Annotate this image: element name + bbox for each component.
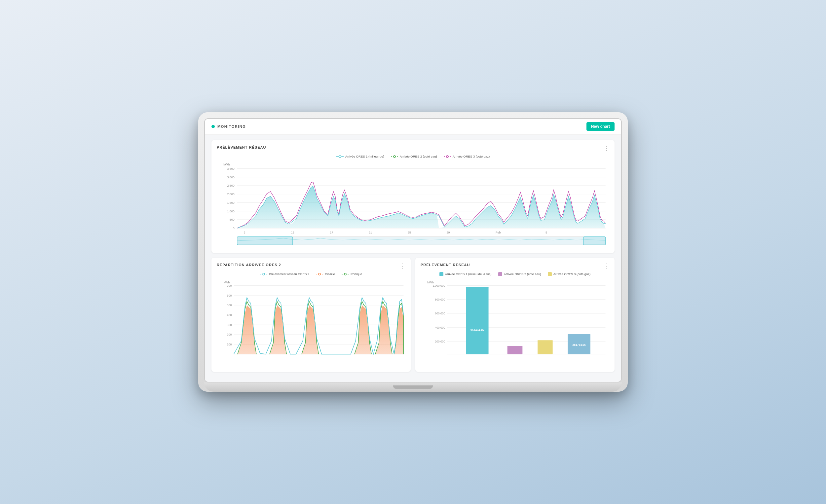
chart1-svg: kWh 3,500 3,000 2,500 2,000 1,500 1,0 xyxy=(217,161,609,246)
svg-text:3,500: 3,500 xyxy=(227,167,234,171)
chart3-svg: kWh 1,000,000 800,000 600,000 400,000 20 xyxy=(421,279,609,366)
svg-rect-32 xyxy=(237,237,293,245)
svg-rect-33 xyxy=(584,237,606,245)
svg-text:200: 200 xyxy=(227,333,232,336)
svg-text:600,000: 600,000 xyxy=(435,312,445,315)
chart-header-2: RÉPARTITION ARRIVÉE ORES 2 ⋮ xyxy=(217,263,405,269)
chart-menu-icon-2[interactable]: ⋮ xyxy=(400,263,405,269)
svg-text:2,000: 2,000 xyxy=(227,193,234,196)
legend-item-2-1: Prélèvement réseau ORES 2 xyxy=(260,272,310,276)
app-logo: MONITORING xyxy=(212,125,246,128)
svg-text:3,000: 3,000 xyxy=(227,175,234,179)
svg-rect-71 xyxy=(538,340,553,354)
main-content: PRÉLÈVEMENT RÉSEAU ⋮ Arrivée ORES 1 (mil… xyxy=(205,135,621,382)
chart2-legend: Prélèvement réseau ORES 2 Cisaille Porti… xyxy=(217,272,405,276)
laptop-frame: MONITORING New chart PRÉLÈVEMENT RÉSEAU … xyxy=(198,112,628,392)
chart3-svg-container: kWh 1,000,000 800,000 600,000 400,000 20 xyxy=(421,279,609,367)
svg-text:1,000: 1,000 xyxy=(227,209,234,213)
chart3-legend: Arrivée ORES 1 (milieu de la rue) Arrivé… xyxy=(421,272,609,276)
chart2-svg-container: kWh 700 600 500 400 300 xyxy=(217,279,405,367)
svg-rect-68 xyxy=(466,287,489,354)
svg-point-37 xyxy=(318,273,320,275)
svg-text:0: 0 xyxy=(233,227,235,230)
svg-text:500: 500 xyxy=(227,304,232,307)
laptop-base xyxy=(204,382,622,392)
svg-text:281764.95: 281764.95 xyxy=(572,343,586,346)
app-title: MONITORING xyxy=(218,125,246,128)
svg-point-5 xyxy=(447,155,448,158)
svg-text:Feb: Feb xyxy=(495,231,500,234)
chart-card-2: RÉPARTITION ARRIVÉE ORES 2 ⋮ Prélèvement… xyxy=(212,258,411,372)
chart2-svg: kWh 700 600 500 400 300 xyxy=(217,279,405,366)
svg-text:800,000: 800,000 xyxy=(435,298,445,301)
chart-menu-icon-3[interactable]: ⋮ xyxy=(603,263,609,269)
legend-item-3-1: Arrivée ORES 1 (milieu de la rue) xyxy=(439,272,492,276)
chart1-svg-container: kWh 3,500 3,000 2,500 2,000 1,500 1,0 xyxy=(217,161,609,248)
svg-text:kWh: kWh xyxy=(223,163,230,166)
legend-item-2: Arrivée ORES 2 (coté eau) xyxy=(391,154,437,159)
legend-item-3: Arrivée ORES 3 (coté gaz) xyxy=(444,154,490,159)
chart-menu-icon-1[interactable]: ⋮ xyxy=(603,145,609,151)
svg-text:200,000: 200,000 xyxy=(435,340,445,343)
svg-text:400: 400 xyxy=(227,313,232,317)
svg-text:400,000: 400,000 xyxy=(435,326,445,329)
chart-title-2: RÉPARTITION ARRIVÉE ORES 2 xyxy=(217,263,281,267)
svg-point-3 xyxy=(394,155,396,158)
svg-point-35 xyxy=(263,273,264,275)
svg-text:600: 600 xyxy=(227,294,232,297)
chart-header-1: PRÉLÈVEMENT RÉSEAU ⋮ xyxy=(217,145,609,151)
legend-item-3-2: Arrivée ORES 2 (coté eau) xyxy=(498,272,541,276)
legend-item-2-2: Cisaille xyxy=(316,272,335,276)
svg-text:500: 500 xyxy=(230,218,235,221)
svg-point-39 xyxy=(344,273,346,275)
legend-item-2-3: Portique xyxy=(342,272,362,276)
chart-header-3: PRÉLÈVEMENT RÉSEAU ⋮ xyxy=(421,263,609,269)
legend-item-1: Arrivée ORES 1 (milieu rue) xyxy=(336,154,384,159)
app-header: MONITORING New chart xyxy=(205,119,621,135)
svg-text:700: 700 xyxy=(227,284,232,287)
svg-text:25: 25 xyxy=(408,231,411,234)
chart-card-3: PRÉLÈVEMENT RÉSEAU ⋮ Arrivée ORES 1 (mil… xyxy=(415,258,614,372)
chart-title-1: PRÉLÈVEMENT RÉSEAU xyxy=(217,145,266,149)
svg-rect-70 xyxy=(508,346,523,354)
laptop-screen: MONITORING New chart PRÉLÈVEMENT RÉSEAU … xyxy=(204,118,622,382)
svg-text:1,000,000: 1,000,000 xyxy=(432,284,445,287)
svg-text:9: 9 xyxy=(244,231,245,234)
svg-text:17: 17 xyxy=(330,231,333,234)
svg-text:5: 5 xyxy=(545,231,547,234)
svg-text:1,500: 1,500 xyxy=(227,201,234,204)
svg-text:300: 300 xyxy=(227,323,232,326)
logo-dot-icon xyxy=(212,125,215,128)
svg-text:951424.45: 951424.45 xyxy=(470,328,484,331)
svg-text:kWh: kWh xyxy=(224,280,230,284)
svg-text:21: 21 xyxy=(369,231,372,234)
svg-text:13: 13 xyxy=(291,231,294,234)
laptop-notch xyxy=(393,385,433,389)
chart1-legend: Arrivée ORES 1 (milieu rue) Arrivée ORES… xyxy=(217,154,609,159)
new-chart-button[interactable]: New chart xyxy=(586,122,614,131)
svg-text:29: 29 xyxy=(447,231,450,234)
charts-bottom-row: RÉPARTITION ARRIVÉE ORES 2 ⋮ Prélèvement… xyxy=(212,258,614,377)
svg-point-1 xyxy=(339,155,341,158)
svg-text:2,500: 2,500 xyxy=(227,184,234,187)
chart-title-3: PRÉLÈVEMENT RÉSEAU xyxy=(421,263,470,267)
svg-text:kWh: kWh xyxy=(427,280,434,284)
svg-text:100: 100 xyxy=(227,343,232,346)
chart-card-1: PRÉLÈVEMENT RÉSEAU ⋮ Arrivée ORES 1 (mil… xyxy=(212,140,614,253)
legend-item-3-3: Arrivée ORES 3 (coté gaz) xyxy=(548,272,590,276)
